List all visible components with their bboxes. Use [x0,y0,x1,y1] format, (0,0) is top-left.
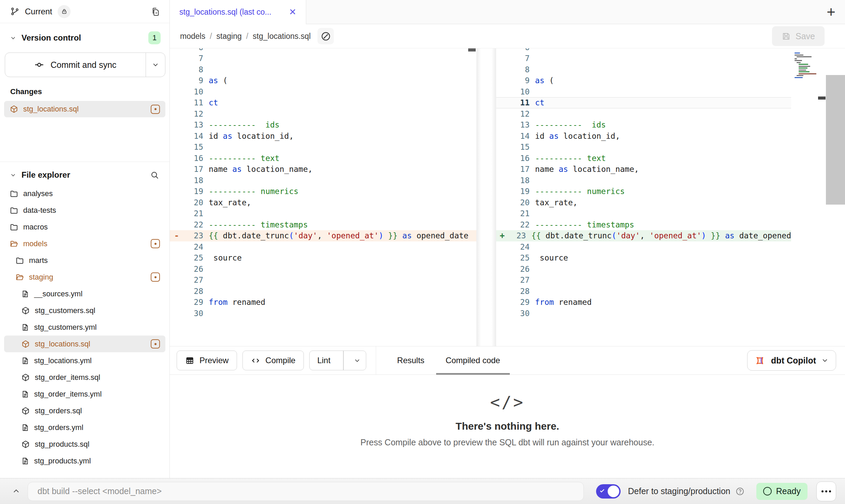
code-line-7[interactable]: 7 [170,53,476,64]
code-line-8[interactable]: 8 [170,64,476,75]
code-line-11[interactable]: 11ct [496,97,791,108]
code-line-9[interactable]: 9as ( [170,75,476,86]
tree-item-stg-customers-sql[interactable]: stg_customers.sql [4,302,165,319]
tree-item-staging[interactable]: staging [4,269,165,285]
tree-item-stg-locations-yml[interactable]: stg_locations.yml [4,352,165,369]
code-line-28[interactable]: 28 [170,285,476,297]
chevron-up-icon[interactable] [12,487,20,495]
code-line-15[interactable]: 15 [496,142,791,153]
command-input[interactable]: dbt build --select <model_name> [28,482,584,501]
tree-item-analyses[interactable]: analyses [4,185,165,202]
code-line-21[interactable]: 21 [496,208,791,219]
code-line-26[interactable]: 26 [496,263,791,275]
code-line-18[interactable]: 18 [170,175,476,186]
commit-options-caret[interactable] [146,53,165,77]
tree-item-data-tests[interactable]: data-tests [4,202,165,219]
tab-results[interactable]: Results [397,346,425,375]
branch-selector[interactable]: Current [0,0,169,23]
code-line-10[interactable]: 10 [170,86,476,97]
tab-stg-locations[interactable]: stg_locations.sql (last co... ✕ [170,0,306,24]
changed-file-stg-locations-sql[interactable]: stg_locations.sql [4,101,165,117]
code-line-30[interactable]: 30 [170,308,476,319]
code-line-29[interactable]: 29from renamed [496,297,791,308]
preview-button[interactable]: Preview [177,351,237,370]
tree-item-stg-order-items-yml[interactable]: stg_order_items.yml [4,386,165,402]
code-line-27[interactable]: 27 [496,275,791,286]
dbt-copilot-button[interactable]: dbt Copilot [747,350,836,371]
code-line-9[interactable]: 9as ( [496,75,791,86]
code-line-24[interactable]: 24 [170,241,476,252]
breadcrumb-item[interactable]: staging [217,32,242,41]
code-line-13[interactable]: 13---------- ids [496,119,791,131]
code-line-17[interactable]: 17name as location_name, [496,164,791,175]
save-button[interactable]: Save [772,26,825,46]
code-line-12[interactable]: 12 [170,108,476,119]
minimap[interactable] [791,48,818,346]
pane-divider[interactable] [476,48,496,346]
code-line-17[interactable]: 17name as location_name, [170,164,476,175]
copy-branch-icon[interactable] [151,7,161,16]
code-line-22[interactable]: 22---------- timestamps [496,219,791,230]
tree-item-stg-products-sql[interactable]: stg_products.sql [4,436,165,453]
search-icon[interactable] [150,171,159,180]
code-line-7[interactable]: 7 [496,53,791,64]
breadcrumb-item[interactable]: stg_locations.sql [253,32,311,41]
code-line-25[interactable]: 25 source [170,252,476,264]
tree-item--sources-yml[interactable]: __sources.yml [4,285,165,302]
diff-pane-original[interactable]: 6789as (1011ct1213---------- ids14id as … [170,48,476,346]
code-line-21[interactable]: 21 [170,208,476,219]
code-line-24[interactable]: 24 [496,241,791,252]
code-line-29[interactable]: 29from renamed [170,297,476,308]
more-options-button[interactable] [816,481,836,501]
compile-button[interactable]: Compile [242,351,304,370]
code-line-25[interactable]: 25 source [496,252,791,264]
code-line-16[interactable]: 16---------- text [496,152,791,164]
tree-item-macros[interactable]: macros [4,219,165,235]
code-line-26[interactable]: 26 [170,263,476,275]
code-line-20[interactable]: 20tax_rate, [170,197,476,208]
code-line-11[interactable]: 11ct [170,97,476,108]
lineage-button[interactable] [317,28,334,44]
commit-and-sync-button[interactable]: Commit and sync [5,53,165,77]
code-line-14[interactable]: 14id as location_id, [170,130,476,142]
code-line-16[interactable]: 16---------- text [170,152,476,164]
code-line-19[interactable]: 19---------- numerics [496,186,791,197]
help-icon[interactable] [735,487,745,496]
tree-item-stg-locations-sql[interactable]: stg_locations.sql [4,336,165,352]
code-line-15[interactable]: 15 [170,142,476,153]
code-line-23[interactable]: +23{{ dbt.date_trunc('day', 'opened_at')… [496,230,791,241]
defer-toggle[interactable] [596,484,621,499]
code-line-12[interactable]: 12 [496,108,791,119]
code-line-22[interactable]: 22---------- timestamps [170,219,476,230]
code-line-30[interactable]: 30 [496,308,791,319]
code-line-27[interactable]: 27 [170,275,476,286]
code-line-14[interactable]: 14id as location_id, [496,130,791,142]
lint-options-caret[interactable] [349,351,366,370]
tab-compiled-code[interactable]: Compiled code [446,346,500,375]
version-control-header[interactable]: Version control 1 [10,31,161,44]
code-line-6[interactable]: 6 [170,48,476,53]
code-line-18[interactable]: 18 [496,175,791,186]
breadcrumb-item[interactable]: models [180,32,205,41]
tree-item-stg-products-yml[interactable]: stg_products.yml [4,453,165,469]
code-line-13[interactable]: 13---------- ids [170,119,476,131]
code-line-8[interactable]: 8 [496,64,791,75]
editor-scrollbar[interactable] [826,48,845,346]
lint-button[interactable]: Lint [309,351,366,370]
code-line-23[interactable]: -23{{ dbt.date_trunc('day', 'opened_at')… [170,230,476,241]
tree-item-stg-orders-yml[interactable]: stg_orders.yml [4,419,165,436]
close-tab-icon[interactable]: ✕ [289,7,296,17]
file-explorer-header[interactable]: File explorer [0,162,169,180]
tree-item-models[interactable]: models [4,235,165,252]
code-line-20[interactable]: 20tax_rate, [496,197,791,208]
code-line-6[interactable]: 6 [496,48,791,53]
code-line-19[interactable]: 19---------- numerics [170,186,476,197]
tree-item-stg-orders-sql[interactable]: stg_orders.sql [4,402,165,419]
scrollbar-thumb[interactable] [826,75,845,205]
tree-item-stg-customers-yml[interactable]: stg_customers.yml [4,319,165,336]
diff-pane-modified[interactable]: 6789as (1011ct1213---------- ids14id as … [496,48,791,346]
code-line-28[interactable]: 28 [496,285,791,297]
tree-item-stg-order-items-sql[interactable]: stg_order_items.sql [4,369,165,386]
new-tab-button[interactable]: + [827,4,835,19]
code-line-10[interactable]: 10 [496,86,791,97]
